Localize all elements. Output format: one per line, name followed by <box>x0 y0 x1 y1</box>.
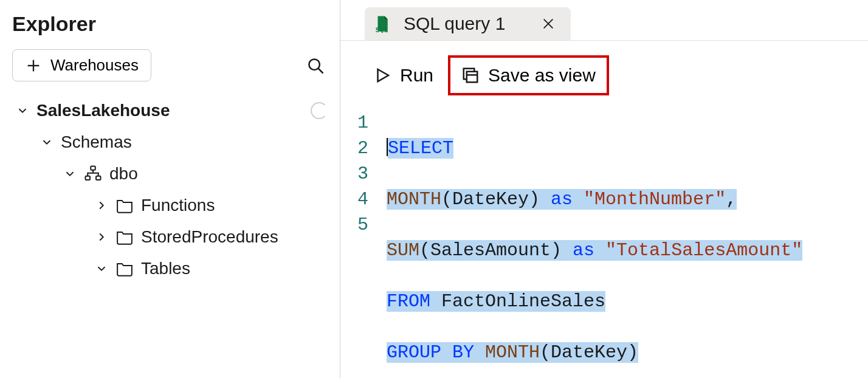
tree-node-database[interactable]: SalesLakehouse <box>12 95 328 126</box>
svg-rect-5 <box>86 176 91 180</box>
play-icon <box>373 66 391 84</box>
tree-node-storedprocs[interactable]: StoredProcedures <box>12 221 328 253</box>
close-icon[interactable] <box>542 17 555 30</box>
svg-point-2 <box>309 59 320 70</box>
tab-label: SQL query 1 <box>404 13 505 34</box>
search-icon <box>306 57 325 75</box>
functions-label: Functions <box>141 196 215 215</box>
folder-icon <box>115 196 134 215</box>
run-label: Run <box>400 65 433 86</box>
tab-bar: SQL SQL query 1 <box>340 0 868 41</box>
storedprocs-label: StoredProcedures <box>141 227 278 247</box>
screenshot-highlight: Save as view <box>448 55 609 95</box>
svg-rect-4 <box>91 167 95 170</box>
explorer-head-row: Warehouses <box>12 49 328 81</box>
chevron-down-icon <box>63 167 77 180</box>
folder-icon <box>115 228 134 246</box>
svg-text:SQL: SQL <box>376 27 388 33</box>
code-editor[interactable]: 1 2 3 4 5 SELECT MONTH(DateKey) as "Mont… <box>340 110 868 378</box>
tables-label: Tables <box>141 259 190 278</box>
explorer-tree: SalesLakehouse Schemas dbo Functions <box>12 95 328 284</box>
database-label: SalesLakehouse <box>36 101 170 120</box>
svg-rect-6 <box>96 176 101 180</box>
line-number: 5 <box>357 212 368 238</box>
chevron-down-icon <box>40 136 53 149</box>
schemas-label: Schemas <box>61 132 132 152</box>
gutter: 1 2 3 4 5 <box>357 110 387 378</box>
tab-sql-query-1[interactable]: SQL SQL query 1 <box>365 7 571 40</box>
folder-icon <box>115 259 134 278</box>
svg-marker-10 <box>378 69 389 81</box>
save-view-icon <box>461 66 480 84</box>
plus-icon <box>25 57 42 74</box>
schema-icon <box>84 165 102 183</box>
chevron-down-icon <box>95 262 108 275</box>
line-number: 3 <box>357 161 368 187</box>
search-button[interactable] <box>303 53 328 78</box>
code-body[interactable]: SELECT MONTH(DateKey) as "MonthNumber", … <box>387 110 802 378</box>
tree-node-functions[interactable]: Functions <box>12 190 328 221</box>
tree-node-tables[interactable]: Tables <box>12 253 328 284</box>
chevron-down-icon <box>16 104 29 117</box>
save-as-view-label: Save as view <box>488 65 596 86</box>
save-as-view-button[interactable]: Save as view <box>453 60 604 91</box>
add-warehouses-button[interactable]: Warehouses <box>12 49 151 81</box>
chevron-right-icon <box>95 199 108 212</box>
line-number: 4 <box>357 187 368 212</box>
add-warehouses-label: Warehouses <box>50 56 139 75</box>
explorer-panel: Explorer Warehouses SalesLakehouse Schem… <box>0 0 340 378</box>
editor-toolbar: Run Save as view <box>340 41 868 110</box>
loading-spinner-icon <box>311 102 328 119</box>
editor-pane: SQL SQL query 1 Run Save as view <box>340 0 868 378</box>
chevron-right-icon <box>95 230 108 244</box>
line-number: 2 <box>357 136 368 161</box>
line-number: 1 <box>357 110 368 136</box>
run-button[interactable]: Run <box>365 60 442 91</box>
sql-file-icon: SQL <box>373 15 391 33</box>
svg-rect-12 <box>467 72 478 83</box>
schema-dbo-label: dbo <box>109 164 138 184</box>
tree-node-schemas[interactable]: Schemas <box>12 126 328 158</box>
tree-node-schema-dbo[interactable]: dbo <box>12 158 328 190</box>
explorer-title: Explorer <box>12 12 328 36</box>
svg-line-3 <box>319 69 323 74</box>
